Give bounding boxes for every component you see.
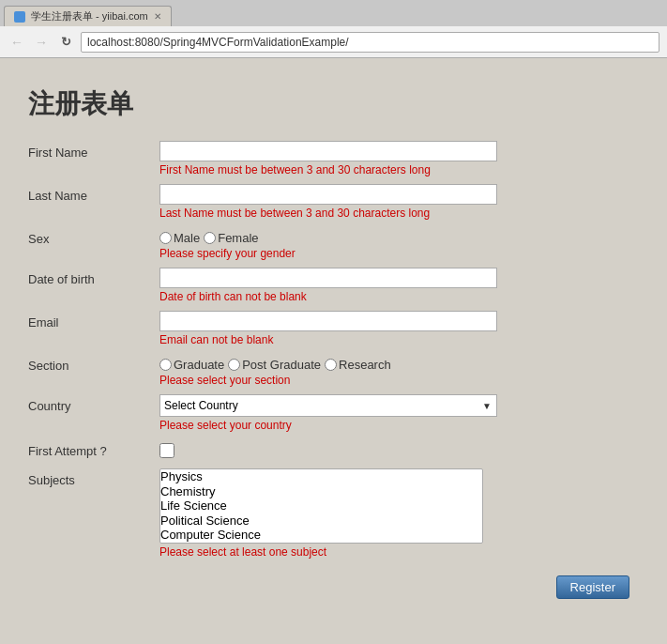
page-content: 注册表单 First Name First Name must be betwe… bbox=[0, 58, 667, 640]
section-research-label[interactable]: Research bbox=[325, 358, 391, 372]
subject-chemistry[interactable]: Chemistry bbox=[160, 484, 482, 499]
subjects-listbox[interactable]: Physics Chemistry Life Science Political… bbox=[159, 468, 483, 544]
country-label: Country bbox=[28, 394, 159, 413]
subjects-field: Physics Chemistry Life Science Political… bbox=[159, 468, 639, 559]
section-postgraduate-text: Post Graduate bbox=[242, 358, 321, 372]
section-radio-group: Graduate Post Graduate Research bbox=[159, 354, 639, 372]
email-row: Email Email can not be blank bbox=[28, 311, 639, 346]
back-button[interactable]: ← bbox=[8, 33, 26, 52]
country-field: Select Country United States China Unite… bbox=[159, 394, 639, 432]
country-row: Country Select Country United States Chi… bbox=[28, 394, 639, 432]
email-field: Email can not be blank bbox=[159, 311, 639, 346]
section-research-text: Research bbox=[339, 358, 391, 372]
section-error: Please select your section bbox=[159, 374, 639, 387]
section-research-radio[interactable] bbox=[325, 359, 337, 371]
dob-row: Date of birth Date of birth can not be b… bbox=[28, 268, 639, 303]
sex-male-radio[interactable] bbox=[159, 232, 172, 244]
email-error: Email can not be blank bbox=[159, 333, 639, 346]
tab-bar: 学生注册表单 - yiibai.com ✕ bbox=[0, 0, 667, 26]
first-name-label: First Name bbox=[28, 141, 159, 160]
subject-political-science[interactable]: Political Science bbox=[160, 514, 482, 529]
registration-form: First Name First Name must be between 3 … bbox=[28, 141, 639, 599]
dob-field: Date of birth can not be blank bbox=[159, 268, 639, 303]
browser-tab[interactable]: 学生注册表单 - yiibai.com ✕ bbox=[4, 6, 172, 26]
sex-label: Sex bbox=[28, 227, 159, 246]
subject-life-science[interactable]: Life Science bbox=[160, 498, 482, 514]
first-attempt-field bbox=[159, 439, 639, 461]
section-postgraduate-label[interactable]: Post Graduate bbox=[228, 358, 321, 372]
dob-label: Date of birth bbox=[28, 268, 159, 286]
last-name-input[interactable] bbox=[159, 184, 497, 205]
last-name-field: Last Name must be between 3 and 30 chara… bbox=[159, 184, 639, 220]
subject-physics[interactable]: Physics bbox=[160, 469, 482, 484]
section-postgraduate-radio[interactable] bbox=[228, 359, 240, 371]
country-select[interactable]: Select Country United States China Unite… bbox=[159, 394, 497, 417]
tab-title: 学生注册表单 - yiibai.com bbox=[31, 9, 148, 23]
sex-field: Male Female Please specify your gender bbox=[159, 227, 639, 260]
first-attempt-checkbox[interactable] bbox=[159, 443, 174, 458]
first-name-error: First Name must be between 3 and 30 char… bbox=[159, 163, 639, 176]
first-name-field: First Name must be between 3 and 30 char… bbox=[159, 141, 639, 176]
last-name-error: Last Name must be between 3 and 30 chara… bbox=[159, 207, 639, 220]
page-title: 注册表单 bbox=[28, 86, 639, 122]
email-label: Email bbox=[28, 311, 159, 330]
sex-female-radio[interactable] bbox=[204, 232, 216, 244]
first-attempt-label: First Attempt ? bbox=[28, 439, 159, 458]
section-label: Section bbox=[28, 354, 159, 373]
sex-female-label[interactable]: Female bbox=[204, 231, 258, 245]
sex-radio-group: Male Female bbox=[159, 227, 639, 245]
nav-bar: ← → ↻ localhost:8080/Spring4MVCFormValid… bbox=[0, 26, 667, 58]
refresh-button[interactable]: ↻ bbox=[56, 33, 75, 52]
first-attempt-row: First Attempt ? bbox=[28, 439, 639, 461]
section-graduate-label[interactable]: Graduate bbox=[159, 358, 224, 372]
tab-close-button[interactable]: ✕ bbox=[154, 11, 161, 22]
section-graduate-text: Graduate bbox=[174, 358, 224, 372]
forward-button[interactable]: → bbox=[32, 33, 51, 52]
sex-error: Please specify your gender bbox=[159, 247, 639, 260]
section-row: Section Graduate Post Graduate bbox=[28, 354, 639, 387]
register-button[interactable]: Register bbox=[556, 575, 629, 599]
address-text: localhost:8080/Spring4MVCFormValidationE… bbox=[87, 36, 349, 49]
subjects-listbox-wrapper: Physics Chemistry Life Science Political… bbox=[159, 468, 639, 544]
last-name-row: Last Name Last Name must be between 3 an… bbox=[28, 184, 639, 220]
first-name-input[interactable] bbox=[159, 141, 497, 161]
country-select-wrapper: Select Country United States China Unite… bbox=[159, 394, 497, 417]
subjects-label: Subjects bbox=[28, 468, 159, 487]
section-graduate-radio[interactable] bbox=[159, 359, 172, 371]
dob-input[interactable] bbox=[159, 268, 497, 288]
browser-window: 学生注册表单 - yiibai.com ✕ ← → ↻ localhost:80… bbox=[0, 0, 667, 640]
subject-computer-science[interactable]: Computer Science bbox=[160, 528, 482, 543]
register-row: Register bbox=[28, 566, 639, 599]
section-field: Graduate Post Graduate Research Please s… bbox=[159, 354, 639, 387]
subjects-error: Please select at least one subject bbox=[159, 545, 639, 559]
email-input[interactable] bbox=[159, 311, 497, 331]
sex-female-text: Female bbox=[218, 231, 258, 245]
sex-male-label[interactable]: Male bbox=[159, 231, 200, 245]
sex-row: Sex Male Female Please specify your gend… bbox=[28, 227, 639, 260]
first-name-row: First Name First Name must be between 3 … bbox=[28, 141, 639, 176]
tab-favicon bbox=[14, 11, 25, 23]
dob-error: Date of birth can not be blank bbox=[159, 290, 639, 303]
subjects-row: Subjects Physics Chemistry Life Science … bbox=[28, 468, 639, 559]
last-name-label: Last Name bbox=[28, 184, 159, 203]
sex-male-text: Male bbox=[174, 231, 200, 245]
country-error: Please select your country bbox=[159, 419, 639, 432]
address-bar[interactable]: localhost:8080/Spring4MVCFormValidationE… bbox=[81, 32, 659, 53]
